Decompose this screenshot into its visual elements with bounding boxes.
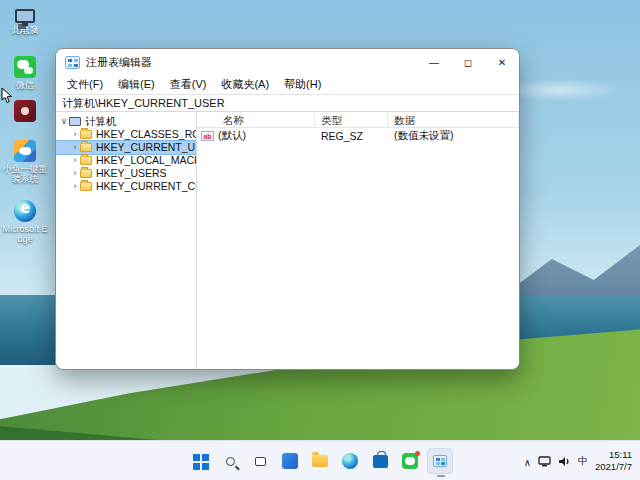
folder-icon	[312, 455, 328, 467]
regedit-app-icon	[65, 56, 80, 69]
search-button[interactable]	[217, 448, 243, 474]
tree-item-hkey-current-config[interactable]: › HKEY_CURRENT_CONFIG	[56, 180, 196, 193]
wechat-taskbar-button[interactable]	[397, 448, 423, 474]
file-explorer-button[interactable]	[307, 448, 333, 474]
search-icon	[226, 457, 235, 466]
tree-item-hkey-classes-root[interactable]: › HKEY_CLASSES_ROOT	[56, 128, 196, 141]
maximize-button[interactable]: ◻	[451, 49, 485, 75]
value-data: (数值未设置)	[388, 129, 458, 143]
registry-tree-pane: ∨ 计算机 › HKEY_CLASSES_ROOT › HKEY_CURRENT…	[56, 112, 197, 370]
tree-item-hkey-users[interactable]: › HKEY_USERS	[56, 167, 196, 180]
tree-item-label: HKEY_CURRENT_CONFIG	[96, 180, 197, 193]
desktop-icon-xiaoyu[interactable]: 小鱼一键重装系统	[0, 140, 50, 185]
column-header-type[interactable]: 类型	[315, 112, 388, 127]
tree-item-hkey-local-machine[interactable]: › HKEY_LOCAL_MACHINE	[56, 154, 196, 167]
values-list-pane: 名称 类型 数据 ab (默认) REG_SZ (数值未设置)	[197, 112, 519, 370]
value-type: REG_SZ	[315, 130, 388, 142]
windows-logo-icon	[193, 454, 200, 461]
folder-icon	[80, 143, 92, 152]
desktop: 此电脑 微信 小鱼一键重装系统 Microsoft Edge 注册表编辑器 — …	[0, 0, 640, 480]
desktop-icon-label: 小鱼一键重装系统	[1, 164, 49, 185]
taskbar-clock[interactable]: 15:11 2021/7/7	[595, 449, 632, 473]
desktop-icon-edge[interactable]: Microsoft Edge	[0, 200, 50, 245]
tree-item-label: HKEY_LOCAL_MACHINE	[96, 154, 197, 167]
desktop-icon-label: Microsoft Edge	[1, 224, 49, 245]
volume-icon[interactable]	[558, 456, 571, 467]
clock-time: 15:11	[609, 449, 632, 460]
taskbar: ∧ 中 15:11 2021/7/7	[0, 440, 640, 480]
clock-date: 2021/7/7	[595, 461, 632, 472]
desktop-icon-wechat[interactable]: 微信	[0, 56, 50, 90]
edge-icon	[342, 453, 358, 469]
window-title: 注册表编辑器	[86, 55, 152, 70]
menu-file[interactable]: 文件(F)	[60, 75, 110, 94]
desktop-icon-label: 此电脑	[12, 25, 39, 35]
list-header: 名称 类型 数据	[197, 112, 519, 128]
store-icon	[373, 455, 388, 468]
edge-icon	[14, 200, 36, 222]
minimize-button[interactable]: —	[417, 49, 451, 75]
this-pc-icon	[15, 9, 35, 23]
chevron-right-icon[interactable]: ›	[70, 141, 80, 154]
task-view-icon	[255, 457, 266, 466]
reg-sz-icon: ab	[201, 131, 214, 141]
regedit-window: 注册表编辑器 — ◻ ✕ 文件(F) 编辑(E) 查看(V) 收藏夹(A) 帮助…	[55, 48, 520, 370]
app-icon	[14, 100, 36, 122]
value-name: (默认)	[218, 129, 246, 143]
widgets-icon	[282, 453, 298, 469]
value-row-default[interactable]: ab (默认) REG_SZ (数值未设置)	[197, 128, 519, 143]
chevron-right-icon[interactable]: ›	[70, 128, 80, 141]
menu-bar: 文件(F) 编辑(E) 查看(V) 收藏夹(A) 帮助(H)	[56, 75, 519, 94]
menu-edit[interactable]: 编辑(E)	[111, 75, 162, 94]
xiaoyu-icon	[14, 140, 36, 162]
tree-item-label: HKEY_CLASSES_ROOT	[96, 128, 197, 141]
tree-item-hkey-current-user[interactable]: › HKEY_CURRENT_USER	[56, 141, 196, 154]
edge-button[interactable]	[337, 448, 363, 474]
hidden-icons-chevron[interactable]: ∧	[524, 457, 531, 468]
ime-indicator[interactable]: 中	[578, 454, 588, 468]
mouse-cursor	[1, 88, 13, 108]
menu-help[interactable]: 帮助(H)	[277, 75, 328, 94]
tree-item-computer[interactable]: ∨ 计算机	[56, 115, 196, 128]
desktop-icon-this-pc[interactable]: 此电脑	[0, 6, 50, 35]
folder-icon	[80, 182, 92, 191]
store-button[interactable]	[367, 448, 393, 474]
window-content: ∨ 计算机 › HKEY_CLASSES_ROOT › HKEY_CURRENT…	[56, 112, 519, 370]
menu-view[interactable]: 查看(V)	[163, 75, 214, 94]
menu-favorites[interactable]: 收藏夹(A)	[214, 75, 276, 94]
tree-item-label: 计算机	[85, 115, 117, 128]
close-button[interactable]: ✕	[485, 49, 519, 75]
network-icon[interactable]	[538, 456, 551, 467]
desktop-icon-label: 微信	[16, 80, 34, 90]
tree-item-label: HKEY_USERS	[96, 167, 167, 180]
address-bar[interactable]: 计算机\HKEY_CURRENT_USER	[56, 94, 519, 112]
regedit-icon	[433, 455, 447, 467]
system-tray: ∧ 中 15:11 2021/7/7	[524, 441, 636, 480]
tree-item-label: HKEY_CURRENT_USER	[96, 141, 197, 154]
wechat-icon	[402, 453, 418, 469]
wechat-icon	[14, 56, 36, 78]
regedit-taskbar-button[interactable]	[427, 448, 453, 474]
folder-icon	[80, 169, 92, 178]
folder-icon	[80, 130, 92, 139]
task-view-button[interactable]	[247, 448, 273, 474]
widgets-button[interactable]	[277, 448, 303, 474]
start-button[interactable]	[187, 448, 213, 474]
chevron-right-icon[interactable]: ›	[70, 167, 80, 180]
title-bar[interactable]: 注册表编辑器 — ◻ ✕	[56, 49, 519, 75]
folder-icon	[80, 156, 92, 165]
computer-icon	[69, 117, 81, 126]
chevron-right-icon[interactable]: ›	[70, 180, 80, 193]
chevron-down-icon[interactable]: ∨	[59, 115, 69, 128]
column-header-data[interactable]: 数据	[388, 112, 519, 127]
column-header-name[interactable]: 名称	[197, 112, 315, 127]
chevron-right-icon[interactable]: ›	[70, 154, 80, 167]
